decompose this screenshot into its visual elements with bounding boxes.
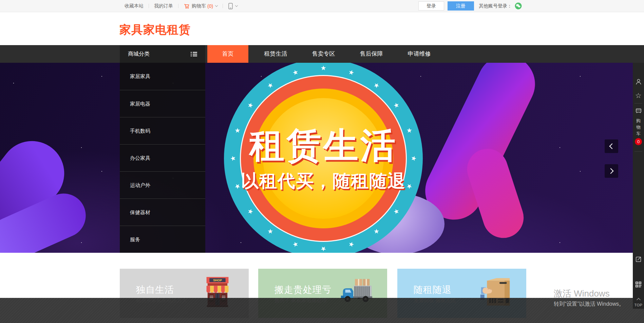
cart-icon <box>184 3 190 9</box>
cart-label-char: 车 <box>636 130 641 137</box>
carousel-next-icon <box>608 168 614 174</box>
cart-count: (0) <box>207 3 213 9</box>
favorite-site-link[interactable]: 收藏本站 <box>119 3 149 9</box>
promo-title: 独自生活 <box>136 284 174 296</box>
promo-title: 随租随退 <box>414 284 452 296</box>
sidebar-item-office-furniture[interactable]: 办公家具 <box>120 144 205 171</box>
carousel-prev-button[interactable] <box>605 139 618 153</box>
favorites-button[interactable] <box>633 92 644 99</box>
nav-item-sale-zone[interactable]: 售卖专区 <box>303 45 344 63</box>
banner-subtitle: 以租代买，随租随退 <box>205 169 442 193</box>
banner-title: 租赁生活 <box>222 127 425 164</box>
chevron-down-icon <box>235 4 238 6</box>
my-orders-link[interactable]: 我的订单 <box>149 3 178 9</box>
shop-sign-text: SHOP <box>213 279 222 282</box>
shop-categories-label: 商城分类 <box>128 51 150 58</box>
divider <box>634 103 642 103</box>
mobile-icon <box>228 3 233 10</box>
cart-link[interactable]: 购物车 (0) <box>178 3 223 9</box>
sidebar-item-home-furniture[interactable]: 家居家具 <box>120 63 205 90</box>
qr-code-icon <box>635 281 642 288</box>
carousel-prev-icon <box>609 144 615 149</box>
shop-categories-header[interactable]: 商城分类 <box>120 45 205 63</box>
chevron-up-icon <box>637 298 640 302</box>
nav-item-rental-life[interactable]: 租赁生活 <box>255 45 296 63</box>
main-nav: 商城分类 首页 租赁生活 售卖专区 售后保障 申请维修 <box>0 45 644 63</box>
windows-activation-hint: 转到“设置”以激活 Windows。 <box>554 301 624 308</box>
divider <box>634 151 642 152</box>
wechat-login-icon[interactable] <box>515 2 522 10</box>
mobile-site-link[interactable] <box>223 3 243 10</box>
sidebar-item-home-appliances[interactable]: 家居电器 <box>120 90 205 117</box>
user-icon <box>635 78 642 86</box>
cart-badge: 0 <box>635 138 642 145</box>
chevron-down-icon <box>215 4 218 6</box>
category-sidebar: 家居家具 家居电器 手机数码 办公家具 运动户外 保健器材 服务 <box>120 63 205 253</box>
profile-button[interactable] <box>633 78 644 86</box>
topbar: 收藏本站 我的订单 购物车 (0) 登录 注册 其 <box>0 0 644 12</box>
sidebar-item-health-equipment[interactable]: 保健器材 <box>120 198 205 226</box>
nav-item-home[interactable]: 首页 <box>207 45 248 63</box>
edit-icon <box>635 255 642 263</box>
toolbar-cart-button[interactable] <box>633 107 644 114</box>
other-login-label: 其他账号登录： <box>479 3 512 9</box>
nav-item-repair-request[interactable]: 申请维修 <box>399 45 440 63</box>
carousel-next-button[interactable] <box>605 164 618 178</box>
footer-band: 转到“设置”以激活 Windows。 <box>0 298 644 323</box>
back-to-top-button[interactable]: TOP <box>633 297 644 307</box>
list-icon <box>191 52 197 57</box>
nav-item-after-sales[interactable]: 售后保障 <box>351 45 392 63</box>
toolbar-cart-label[interactable]: 购 物 车 <box>633 117 644 137</box>
cart-label-char: 物 <box>636 124 641 130</box>
topbar-auth: 登录 注册 其他账号登录： <box>418 1 522 11</box>
sidebar-item-services[interactable]: 服务 <box>120 226 205 253</box>
sidebar-item-phones-digital[interactable]: 手机数码 <box>120 117 205 144</box>
sidebar-item-sports-outdoor[interactable]: 运动户外 <box>120 171 205 198</box>
hero-banner: 租赁生活 以租代买，随租随退 <box>0 63 644 253</box>
feedback-button[interactable] <box>633 255 644 263</box>
promo-title: 搬走贵处理亏 <box>274 284 332 296</box>
page: 收藏本站 我的订单 购物车 (0) 登录 注册 其 <box>0 0 644 323</box>
register-button[interactable]: 注册 <box>448 1 474 11</box>
cart-label: 购物车 <box>192 3 206 9</box>
login-button[interactable]: 登录 <box>418 1 444 11</box>
cart-label-char: 购 <box>636 117 641 124</box>
awning <box>207 286 229 293</box>
topbar-links: 收藏本站 我的订单 购物车 (0) <box>119 3 243 10</box>
qr-code-button[interactable] <box>633 281 644 288</box>
cart-icon <box>635 107 642 114</box>
site-logo[interactable]: 家具家电租赁 <box>119 22 191 38</box>
header: 家具家电租赁 <box>0 13 644 45</box>
top-label: TOP <box>633 303 644 307</box>
side-toolbar: 购 物 车 0 TOP <box>633 63 644 309</box>
